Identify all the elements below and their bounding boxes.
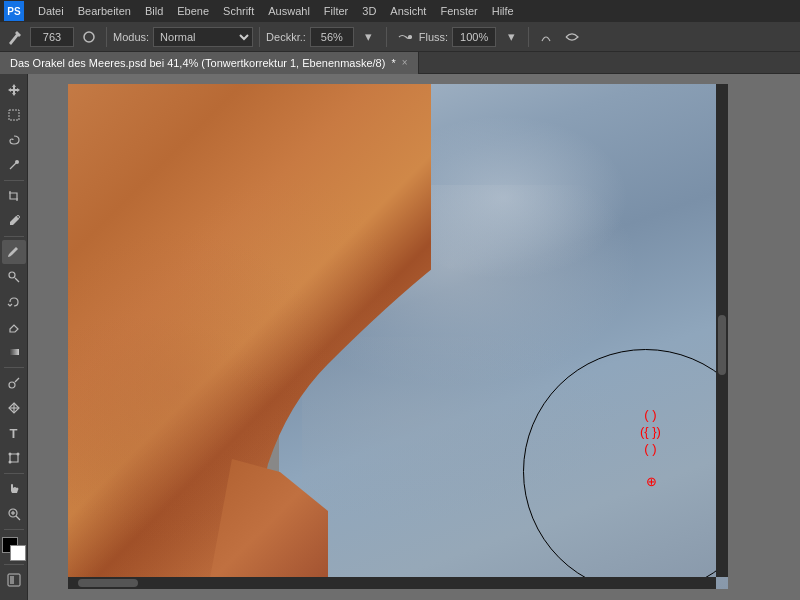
opacity-label: Deckkr.:	[266, 31, 306, 43]
svg-line-14	[16, 516, 20, 520]
crop-tool-btn[interactable]	[2, 184, 26, 208]
path-tool-btn[interactable]	[2, 446, 26, 470]
smoothing-icon2[interactable]	[561, 26, 583, 48]
menu-datei[interactable]: Datei	[32, 3, 70, 19]
vertical-scroll-thumb[interactable]	[718, 315, 726, 375]
svg-point-11	[16, 453, 19, 456]
menu-filter[interactable]: Filter	[318, 3, 354, 19]
menu-auswahl[interactable]: Auswahl	[262, 3, 316, 19]
brush-size-input[interactable]: 763	[30, 27, 74, 47]
sep1	[106, 27, 107, 47]
menu-3d[interactable]: 3D	[356, 3, 382, 19]
menu-ebene[interactable]: Ebene	[171, 3, 215, 19]
tool-sep-5	[4, 529, 24, 530]
svg-rect-7	[9, 349, 19, 355]
horizontal-scrollbar[interactable]	[68, 577, 716, 589]
svg-point-8	[9, 382, 15, 388]
svg-point-5	[16, 216, 19, 219]
svg-line-3	[10, 163, 16, 169]
gradient-tool-btn[interactable]	[2, 340, 26, 364]
hand-tool-btn[interactable]	[2, 477, 26, 501]
marquee-tool-btn[interactable]	[2, 103, 26, 127]
flow-label: Fluss:	[419, 31, 448, 43]
zoom-tool-btn[interactable]	[2, 502, 26, 526]
svg-rect-18	[10, 576, 14, 584]
history-tool-btn[interactable]	[2, 290, 26, 314]
eraser-tool-btn[interactable]	[2, 315, 26, 339]
main-area: T	[0, 74, 800, 600]
document-tab[interactable]: Das Orakel des Meeres.psd bei 41,4% (Ton…	[0, 52, 419, 74]
tool-sep-3	[4, 367, 24, 368]
horizontal-scroll-thumb[interactable]	[78, 579, 138, 587]
toolbox: T	[0, 74, 28, 600]
tab-title: Das Orakel des Meeres.psd bei 41,4% (Ton…	[10, 57, 385, 69]
wand-tool-btn[interactable]	[2, 153, 26, 177]
menu-hilfe[interactable]: Hilfe	[486, 3, 520, 19]
svg-point-1	[408, 35, 411, 38]
mode-select[interactable]: Normal	[153, 27, 253, 47]
tab-close-button[interactable]: ×	[402, 57, 408, 68]
menu-schrift[interactable]: Schrift	[217, 3, 260, 19]
menu-fenster[interactable]: Fenster	[434, 3, 483, 19]
dodge-tool-btn[interactable]	[2, 371, 26, 395]
tool-sep-6	[4, 564, 24, 565]
opacity-input[interactable]	[310, 27, 354, 47]
tool-sep-4	[4, 473, 24, 474]
pen-tool-btn[interactable]	[2, 396, 26, 420]
menu-ansicht[interactable]: Ansicht	[384, 3, 432, 19]
move-tool-btn[interactable]	[2, 78, 26, 102]
svg-rect-2	[9, 110, 19, 120]
clone-tool-btn[interactable]	[2, 265, 26, 289]
opacity-arrow-icon[interactable]: ▾	[358, 26, 380, 48]
menu-bar: PS Datei Bearbeiten Bild Ebene Schrift A…	[0, 0, 800, 22]
svg-line-9	[15, 378, 19, 382]
eyedropper-tool-btn[interactable]	[2, 209, 26, 233]
flow-arrow-icon[interactable]: ▾	[500, 26, 522, 48]
vertical-scrollbar[interactable]	[716, 84, 728, 577]
quick-mask-btn[interactable]	[2, 568, 26, 592]
sep4	[528, 27, 529, 47]
tab-bar: Das Orakel des Meeres.psd bei 41,4% (Ton…	[0, 52, 800, 74]
smoothing-icon1[interactable]	[535, 26, 557, 48]
ps-canvas[interactable]: ( ) ({ }) ( ) ⊕	[68, 84, 728, 589]
color-swatches[interactable]	[2, 537, 26, 561]
toolbar-brush-icon[interactable]	[4, 26, 26, 48]
airbrush-icon[interactable]	[393, 26, 415, 48]
svg-point-6	[9, 272, 15, 278]
menu-bild[interactable]: Bild	[139, 3, 169, 19]
svg-point-12	[8, 461, 11, 464]
cloud-3	[302, 337, 661, 539]
menu-bearbeiten[interactable]: Bearbeiten	[72, 3, 137, 19]
brush-picker-icon[interactable]	[78, 26, 100, 48]
options-bar: 763 Modus: Normal Deckkr.: ▾ Fluss: ▾	[0, 22, 800, 52]
mode-label: Modus:	[113, 31, 149, 43]
canvas-image: ( ) ({ }) ( ) ⊕	[68, 84, 728, 589]
text-tool-icon: T	[10, 426, 18, 441]
text-tool-btn[interactable]: T	[2, 421, 26, 445]
canvas-container: ( ) ({ }) ( ) ⊕	[28, 74, 800, 600]
sep2	[259, 27, 260, 47]
background-color[interactable]	[10, 545, 26, 561]
tool-sep-2	[4, 236, 24, 237]
tool-sep-1	[4, 180, 24, 181]
svg-point-4	[15, 160, 19, 164]
app-logo: PS	[4, 1, 24, 21]
flow-input[interactable]	[452, 27, 496, 47]
svg-point-0	[84, 32, 94, 42]
brush-tool-btn[interactable]	[2, 240, 26, 264]
svg-point-10	[8, 453, 11, 456]
sep3	[386, 27, 387, 47]
tab-modified: *	[391, 57, 395, 69]
lasso-tool-btn[interactable]	[2, 128, 26, 152]
